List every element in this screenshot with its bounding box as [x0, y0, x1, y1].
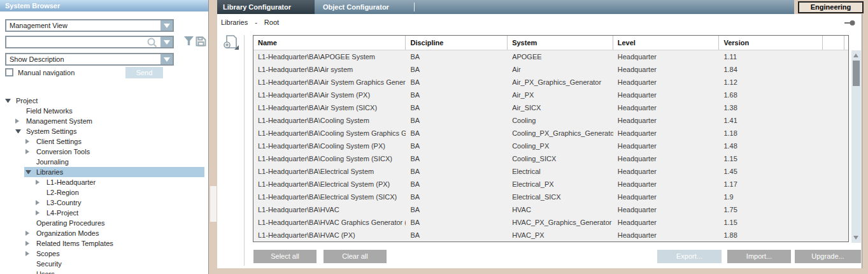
table-cell: [823, 89, 844, 101]
expand-arrow-icon[interactable]: [36, 180, 39, 185]
engineering-button[interactable]: Engineering: [798, 1, 864, 13]
add-library-icon[interactable]: [222, 34, 240, 52]
table-row[interactable]: L1-Headquarter\BA\HVAC (PX)BAHVAC_PXHead…: [253, 229, 848, 242]
tree-item-label: Field Networks: [26, 107, 73, 115]
column-header-level[interactable]: Level: [613, 36, 720, 50]
breadcrumb-section[interactable]: Libraries: [221, 18, 248, 26]
tree-item-operating-procedures[interactable]: Operating Procedures: [0, 218, 204, 228]
send-button[interactable]: Send: [125, 67, 163, 78]
table-row[interactable]: L1-Headquarter\BA\Air System (PX)BAAir_P…: [253, 89, 848, 101]
pin-icon[interactable]: [844, 20, 855, 27]
collapse-arrow-icon[interactable]: [15, 129, 21, 133]
tree-item-related-items-templates[interactable]: Related Items Templates: [0, 238, 204, 249]
filter-icon[interactable]: [183, 36, 194, 47]
collapse-arrow-icon[interactable]: [25, 170, 31, 174]
column-header-system[interactable]: System: [508, 36, 613, 50]
chevron-down-icon: [164, 57, 170, 62]
table-scrollbar[interactable]: [851, 50, 861, 243]
table-row[interactable]: L1-Headquarter\BA\Electrical SystemBAEle…: [253, 165, 848, 178]
scroll-down-icon[interactable]: [853, 236, 858, 240]
export-button[interactable]: Export...: [657, 250, 722, 263]
breadcrumb-current[interactable]: Root: [264, 18, 279, 26]
table-cell: 1.9: [719, 191, 823, 203]
import-button[interactable]: Import...: [727, 250, 791, 263]
system-browser-title: System Browser: [0, 0, 208, 11]
clear-all-button[interactable]: Clear all: [324, 250, 387, 263]
tree-item-scopes[interactable]: Scopes: [0, 249, 204, 259]
table-cell: 1.45: [719, 165, 823, 178]
table-cell: HVAC: [508, 203, 613, 216]
tree-item-organization-modes[interactable]: Organization Modes: [0, 228, 204, 238]
search-input[interactable]: [8, 37, 142, 47]
tree-item-l3-country[interactable]: L3-Country: [0, 198, 204, 208]
column-header-name[interactable]: Name: [253, 36, 406, 50]
expand-arrow-icon[interactable]: [25, 251, 29, 256]
table-row[interactable]: L1-Headquarter\BA\Cooling SystemBACoolin…: [253, 114, 848, 127]
tree-item-l2-region[interactable]: L2-Region: [0, 187, 204, 198]
tree-item-journaling[interactable]: Journaling: [0, 157, 204, 167]
tree-item-label: L1-Headquarter: [46, 178, 96, 186]
description-selector-dropdown[interactable]: Show Description: [5, 53, 174, 66]
table-row[interactable]: L1-Headquarter\BA\HVACBAHVACHeadquarter1…: [253, 203, 848, 216]
tab-object-configurator[interactable]: Object Configurator: [323, 0, 389, 14]
tree-item-l1-headquarter[interactable]: L1-Headquarter: [0, 177, 204, 187]
table-cell: Air_SICX: [508, 101, 613, 114]
table-cell: [844, 216, 848, 229]
table-cell: HVAC_PX: [508, 229, 613, 242]
expand-arrow-icon[interactable]: [25, 241, 29, 246]
tree-item-field-networks[interactable]: Field Networks: [0, 106, 204, 116]
expand-arrow-icon[interactable]: [25, 139, 29, 144]
chevron-down-icon: [164, 40, 170, 45]
expand-arrow-icon[interactable]: [15, 119, 19, 124]
table-scrollbar-thumb[interactable]: [853, 61, 860, 86]
tree-item-libraries[interactable]: Libraries: [0, 167, 204, 177]
tab-library-configurator[interactable]: Library Configurator: [217, 0, 315, 14]
column-header-version[interactable]: Version: [719, 36, 823, 50]
table-row[interactable]: L1-Headquarter\BA\Cooling System (SICX)B…: [253, 152, 848, 165]
tree-item-management-system[interactable]: Management System: [0, 116, 204, 126]
table-row[interactable]: L1-Headquarter\BA\APOGEE SystemBAAPOGEEH…: [253, 50, 848, 63]
table-cell: 1.15: [719, 152, 823, 165]
tree-item-conversion-tools[interactable]: Conversion Tools: [0, 147, 204, 157]
collapse-arrow-icon[interactable]: [5, 99, 11, 103]
tree-item-project[interactable]: Project: [0, 96, 204, 106]
chevron-down-icon[interactable]: [160, 37, 173, 47]
save-icon[interactable]: [196, 36, 206, 48]
manual-navigation-checkbox[interactable]: [5, 68, 13, 76]
table-row[interactable]: L1-Headquarter\BA\Electrical System (SIC…: [253, 191, 848, 203]
table-row[interactable]: L1-Headquarter\BA\Cooling System Graphic…: [253, 127, 848, 140]
table-cell: [844, 165, 848, 178]
expand-arrow-icon[interactable]: [36, 200, 39, 205]
chevron-down-icon[interactable]: [160, 20, 173, 31]
table-row[interactable]: L1-Headquarter\BA\Electrical System (PX)…: [253, 178, 848, 191]
search-field[interactable]: [5, 36, 174, 48]
tree-item-users[interactable]: Users: [0, 269, 204, 274]
view-selector-dropdown[interactable]: Management View: [5, 19, 174, 32]
table-cell: [823, 127, 844, 140]
tree-item-system-settings[interactable]: System Settings: [0, 126, 204, 136]
column-header-discipline[interactable]: Discipline: [406, 36, 508, 50]
table-cell: [844, 229, 848, 242]
tree-scrollbar-thumb[interactable]: [210, 186, 217, 222]
select-all-button[interactable]: Select all: [253, 250, 317, 263]
table-cell: L1-Headquarter\BA\Cooling System Graphic…: [253, 127, 406, 140]
table-cell: 1.41: [719, 114, 823, 127]
table-row[interactable]: L1-Headquarter\BA\HVAC Graphics Generato…: [253, 216, 848, 229]
chevron-down-icon[interactable]: [160, 54, 173, 64]
tree-item-security[interactable]: Security: [0, 259, 204, 269]
table-row[interactable]: L1-Headquarter\BA\Cooling System (PX)BAC…: [253, 140, 848, 152]
scroll-up-icon[interactable]: [853, 54, 858, 57]
table-row[interactable]: L1-Headquarter\BA\Air System (SICX)BAAir…: [253, 101, 848, 114]
empty-column-header: [823, 36, 844, 50]
manual-navigation-label: Manual navigation: [18, 69, 75, 76]
expand-arrow-icon[interactable]: [25, 231, 29, 236]
tree-item-label: System Settings: [26, 127, 76, 135]
table-row[interactable]: L1-Headquarter\BA\Air systemBAAirHeadqua…: [253, 63, 848, 76]
tree-item-l4-project[interactable]: L4-Project: [0, 208, 204, 218]
table-row[interactable]: L1-Headquarter\BA\Air System Graphics Ge…: [253, 76, 848, 89]
upgrade-button[interactable]: Upgrade...: [795, 250, 861, 263]
tree-item-label: L4-Project: [46, 209, 78, 217]
expand-arrow-icon[interactable]: [25, 149, 29, 154]
expand-arrow-icon[interactable]: [36, 210, 39, 215]
tree-item-client-settings[interactable]: Client Settings: [0, 136, 204, 147]
